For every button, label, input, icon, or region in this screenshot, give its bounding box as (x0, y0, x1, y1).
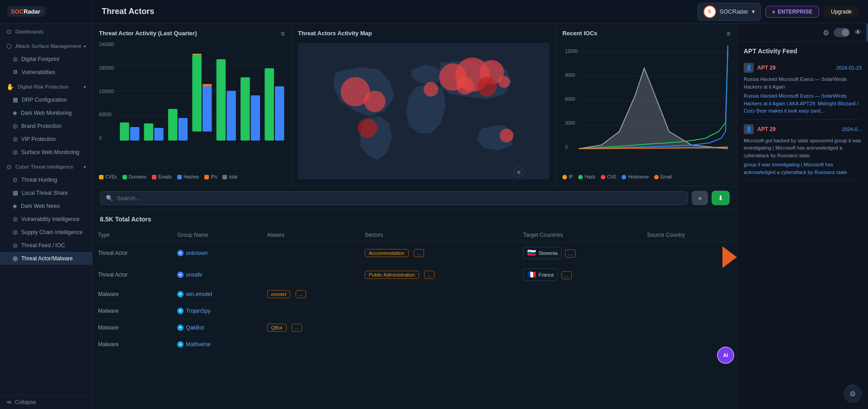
sidebar-item-vulnerability-intel[interactable]: ◎ Vulnerability Intelligence (0, 212, 92, 226)
right-panel-controls: ⚙ 👁 (737, 24, 868, 42)
sidebar-cyber-threat[interactable]: ⊙ Cyber Threat Intelligence ▾ (0, 159, 92, 173)
sidebar-collapse-btn[interactable]: ≪ Collapse (0, 395, 92, 409)
cell-sectors (359, 286, 518, 303)
search-next-button[interactable]: » (692, 191, 708, 205)
threat-hunting-icon: ⊙ (13, 176, 18, 183)
profile-button[interactable]: S SOCRadar ▾ (698, 3, 761, 21)
threat-feed-icon: ◎ (13, 242, 18, 249)
sidebar-item-dark-web[interactable]: ◈ Dark Web Monitoring (0, 106, 92, 119)
svg-rect-12 (203, 86, 212, 132)
actor-link[interactable]: ✦ unknown (177, 250, 256, 256)
sidebar-item-surface-web[interactable]: ◎ Surface Web Monitoring (0, 146, 92, 159)
svg-text:9000: 9000 (565, 73, 576, 78)
col-target-countries: Target Countries (518, 228, 642, 242)
apt-date: 2024-0... (842, 127, 862, 132)
eye-icon[interactable]: 👁 (854, 28, 862, 37)
legend-email: Emails (152, 174, 172, 179)
sidebar-attack-surface[interactable]: ⬡ Attack Surface Management ▾ (0, 38, 92, 52)
actors-count-value: 8.5K Total Actors (100, 216, 151, 223)
cell-group-name[interactable]: ✦ unsafe (172, 264, 261, 286)
download-button[interactable]: ⬇ (712, 191, 730, 205)
apt-link[interactable]: group it was investigating | Microsoft h… (744, 161, 862, 176)
sidebar-digital-risk[interactable]: ✋ Digital Risk Protection ▾ (0, 79, 92, 93)
ioc-legend-cve: CVE (601, 174, 617, 179)
table-row: Malware ✦ TrojanSpy (93, 303, 737, 319)
cell-target-countries: 🇸🇮 Slovenia ... (518, 242, 642, 264)
toggle-knob (842, 29, 849, 36)
sidebar-item-dark-web-news[interactable]: ◈ Dark Web News (0, 199, 92, 212)
actor-link[interactable]: ✦ QakBot (177, 324, 256, 331)
vuln-intel-icon: ◎ (13, 216, 18, 222)
cve-dot (99, 175, 104, 179)
gear-icon[interactable]: ⚙ (823, 28, 829, 37)
ioc-chart-menu-icon[interactable]: ≡ (726, 30, 731, 38)
sidebar-item-threat-actor[interactable]: ◎ Threat Actor/Malware (0, 252, 92, 265)
email-legend-dot (654, 175, 659, 179)
email-legend-label: Email (660, 174, 672, 179)
settings-fab-button[interactable]: ⚙ (844, 385, 862, 403)
sidebar-item-label: Digital Footprint (21, 56, 59, 62)
actor-icon: ✦ (177, 324, 184, 331)
cell-group-name[interactable]: ✦ win.emotet (172, 286, 261, 303)
cell-group-name[interactable]: ✦ unknown (172, 242, 261, 264)
sidebar-item-local-threat-share[interactable]: ▦ Local Threat Share (0, 186, 92, 199)
sidebar-item-label: Surface Web Monitoring (21, 149, 80, 155)
table-area: 8.5K Total Actors Type Group Name Aliase… (93, 210, 737, 409)
sidebar-item-digital-footprint[interactable]: ◎ Digital Footprint (0, 52, 92, 66)
chart-menu-icon[interactable]: ≡ (281, 30, 285, 38)
svg-text:⊕: ⊕ (517, 169, 521, 175)
ioc-line-chart-svg: 0 3000 6000 9000 12000 (562, 41, 731, 150)
ioc-legend-hostname: Hostname (622, 174, 649, 179)
sector-more[interactable]: ... (414, 249, 424, 257)
sidebar-item-label: Dark Web Monitoring (21, 110, 72, 116)
country-more[interactable]: ... (561, 271, 572, 279)
alias-more[interactable]: ... (296, 290, 306, 298)
upgrade-button[interactable]: Upgrade (824, 6, 859, 18)
topbar-right: S SOCRadar ▾ ♦ ENTERPRISE Upgrade (698, 3, 859, 21)
topbar: Threat Actors S SOCRadar ▾ ♦ ENTERPRISE … (93, 0, 868, 24)
sidebar-item-vip-protection[interactable]: ◎ VIP Protection (0, 132, 92, 146)
sidebar-item-label: Threat Hunting (21, 177, 57, 183)
sidebar-item-vulnerabilities[interactable]: ⚙ Vulnerabilities (0, 66, 92, 79)
legend-cve: CVEs (99, 174, 117, 179)
cell-target-countries (518, 286, 642, 303)
collapse-label: Collapse (15, 399, 36, 405)
sidebar-item-supply-chain[interactable]: ◎ Supply Chain Intelligence (0, 226, 92, 239)
apt-item-header: 👤 APT 29 2024-01-23 (744, 63, 862, 73)
svg-rect-19 (265, 68, 274, 141)
alias-more[interactable]: ... (292, 324, 302, 332)
actor-link[interactable]: ✦ unsafe (177, 272, 256, 278)
table-header-row: Type Group Name Aliases Sectors Target C… (93, 228, 737, 242)
svg-point-28 (477, 77, 497, 97)
country-more[interactable]: ... (565, 249, 576, 258)
apt-name[interactable]: APT 29 (757, 126, 776, 132)
cell-group-name[interactable]: ✦ TrojanSpy (172, 303, 261, 319)
sidebar-dashboards[interactable]: ⊙ Dashboards (0, 24, 92, 38)
toggle-switch[interactable] (834, 28, 850, 37)
legend-total-label: total (229, 174, 237, 179)
apt-name[interactable]: APT 29 (757, 65, 776, 71)
ioc-chart-title: Recent IOCs (562, 30, 731, 37)
cell-group-name[interactable]: ✦ Maltiverse (172, 337, 261, 353)
svg-rect-18 (251, 95, 260, 141)
search-input-wrap[interactable]: 🔍 (100, 191, 688, 205)
svg-rect-14 (193, 54, 202, 55)
actor-link[interactable]: ✦ Maltiverse (177, 341, 256, 348)
apt-link[interactable]: Russia Hacked Microsoft Execs — SolarWin… (744, 92, 862, 115)
sidebar-item-threat-feed[interactable]: ◎ Threat Feed / IOC (0, 239, 92, 252)
svg-text:6000: 6000 (565, 97, 576, 102)
country-badge: 🇸🇮 Slovenia (523, 247, 561, 259)
sector-more[interactable]: ... (424, 271, 434, 279)
cell-target-countries: 🇫🇷 France ... (518, 264, 642, 286)
sidebar-item-drp-config[interactable]: ▦ DRP Configuration (0, 93, 92, 106)
sidebar-item-threat-hunting[interactable]: ⊙ Threat Hunting (0, 173, 92, 186)
cell-group-name[interactable]: ✦ QakBot (172, 319, 261, 337)
svg-point-32 (498, 76, 510, 88)
actor-link[interactable]: ✦ win.emotet (177, 291, 256, 297)
ioc-legend-hash: Hash (578, 174, 595, 179)
sidebar-item-brand-protection[interactable]: ◎ Brand Protection (0, 119, 92, 132)
actor-link[interactable]: ✦ TrojanSpy (177, 308, 256, 314)
legend-hash-label: Hashes (184, 174, 199, 179)
sidebar-item-label: Brand Protection (21, 123, 61, 129)
search-input[interactable] (117, 195, 682, 202)
